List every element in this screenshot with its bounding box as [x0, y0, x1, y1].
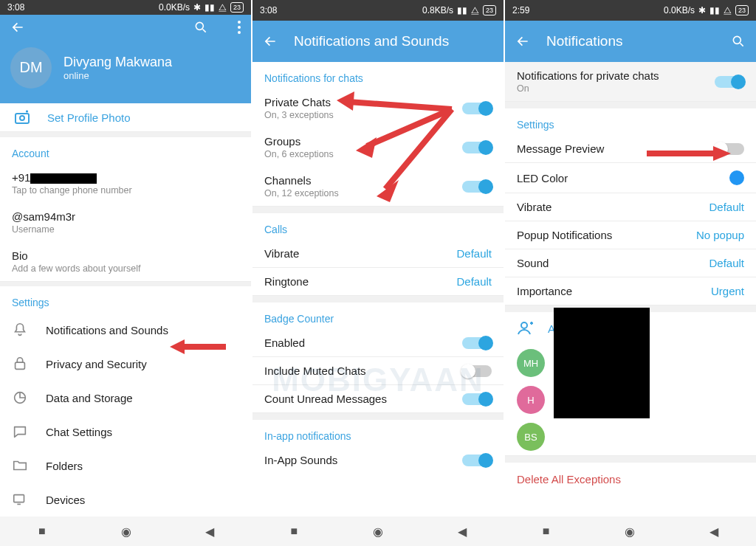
- popup-label: Popup Notifications: [517, 229, 678, 241]
- sound-row[interactable]: Sound Default: [505, 249, 756, 277]
- top-notifications-row[interactable]: Notifications for private chatsOn: [505, 62, 756, 101]
- nav-recent-button[interactable]: ■: [252, 516, 336, 546]
- groups-toggle[interactable]: [462, 142, 492, 153]
- settings-item-label: Privacy and Security: [46, 358, 147, 370]
- nav-home-button[interactable]: ◉: [588, 516, 672, 546]
- back-icon[interactable]: [515, 34, 530, 49]
- username-row[interactable]: @sam94m3r Username: [0, 203, 251, 242]
- username-value: @sam94m3r: [12, 210, 239, 223]
- inapp-sounds-label: In-App Sounds: [264, 454, 444, 466]
- status-bar: 3:08 0.0KB/s ✱ ▮▮ ⧋ 23: [0, 0, 251, 15]
- phone-row[interactable]: +91 Tap to change phone number: [0, 164, 251, 203]
- top-row-sub: On: [517, 83, 697, 94]
- bio-sub: Add a few words about yourself: [12, 263, 239, 274]
- led-color-swatch: [729, 170, 744, 185]
- section-badge-header: Badge Counter: [252, 303, 504, 329]
- search-icon[interactable]: [193, 20, 208, 35]
- nav-back-button[interactable]: ◀: [420, 516, 504, 546]
- status-net: 0.0KB/s: [664, 5, 695, 15]
- settings-item-label: Notifications and Sounds: [46, 324, 168, 336]
- page-title: Notifications: [546, 33, 623, 49]
- badge-muted-toggle[interactable]: [462, 365, 492, 377]
- badge-unread-toggle[interactable]: [462, 393, 492, 405]
- exception-row[interactable]: BS: [505, 418, 756, 455]
- nav-home-button[interactable]: ◉: [336, 516, 420, 546]
- settings-item-label: Devices: [46, 494, 85, 506]
- set-profile-photo-row[interactable]: Set Profile Photo: [0, 103, 251, 131]
- avatar[interactable]: DM: [10, 47, 52, 89]
- divider: [0, 281, 251, 286]
- settings-chat-row[interactable]: Chat Settings: [0, 415, 251, 449]
- svg-rect-4: [16, 114, 29, 123]
- badge-muted-label: Include Muted Chats: [264, 364, 444, 377]
- avatar: H: [517, 386, 545, 414]
- app-bar: Notifications and Sounds: [252, 21, 504, 62]
- settings-privacy-row[interactable]: Privacy and Security: [0, 347, 251, 381]
- top-row-toggle[interactable]: [715, 76, 744, 88]
- section-account-header: Account: [0, 137, 251, 164]
- nav-back-button[interactable]: ◀: [672, 516, 756, 546]
- more-icon[interactable]: [238, 21, 241, 34]
- settings-devices-row[interactable]: Devices: [0, 483, 251, 516]
- private-chats-sub: On, 3 exceptions: [264, 110, 444, 120]
- calls-ringtone-label: Ringtone: [264, 275, 439, 288]
- groups-label: Groups: [264, 135, 444, 148]
- importance-row[interactable]: Importance Urgent: [505, 277, 756, 305]
- redaction: [30, 173, 97, 184]
- wifi-icon: ⧋: [471, 5, 479, 15]
- svg-point-0: [196, 22, 203, 30]
- badge-unread-row[interactable]: Count Unread Messages: [252, 384, 504, 412]
- message-preview-label: Message Preview: [517, 142, 697, 155]
- search-icon[interactable]: [731, 34, 746, 49]
- calls-vibrate-value: Default: [456, 247, 492, 260]
- svg-point-2: [238, 26, 241, 29]
- bio-row[interactable]: Bio Add a few words about yourself: [0, 242, 251, 281]
- badge-unread-label: Count Unread Messages: [264, 393, 444, 405]
- private-chats-toggle[interactable]: [462, 103, 492, 114]
- app-bar: Notifications: [505, 21, 756, 62]
- svg-point-5: [20, 116, 24, 120]
- nav-recent-button[interactable]: ■: [504, 516, 588, 546]
- calls-ringtone-row[interactable]: Ringtone Default: [252, 267, 504, 295]
- vibrate-row[interactable]: Vibrate Default: [505, 193, 756, 221]
- phone-prefix: +91: [12, 171, 30, 184]
- avatar: BS: [517, 423, 545, 451]
- message-preview-row[interactable]: Message Preview: [505, 135, 756, 162]
- message-preview-toggle[interactable]: [715, 143, 744, 155]
- badge-enabled-row[interactable]: Enabled: [252, 329, 504, 356]
- divider: [505, 455, 756, 463]
- back-icon[interactable]: [10, 20, 25, 35]
- divider: [252, 295, 504, 303]
- settings-folders-row[interactable]: Folders: [0, 449, 251, 483]
- settings-item-label: Data and Storage: [46, 392, 133, 404]
- nav-recent-button[interactable]: ■: [0, 516, 84, 546]
- channels-toggle[interactable]: [462, 181, 492, 193]
- nav-home-button[interactable]: ◉: [84, 516, 168, 546]
- badge-enabled-toggle[interactable]: [462, 337, 492, 349]
- private-chats-row[interactable]: Private ChatsOn, 3 exceptions: [252, 89, 504, 128]
- popup-row[interactable]: Popup Notifications No popup: [505, 221, 756, 249]
- inapp-sounds-toggle[interactable]: [462, 455, 492, 466]
- nav-back-button[interactable]: ◀: [168, 516, 252, 546]
- badge-muted-row[interactable]: Include Muted Chats: [252, 356, 504, 384]
- section-inapp-header: In-app notifications: [252, 420, 504, 446]
- groups-row[interactable]: GroupsOn, 6 exceptions: [252, 128, 504, 167]
- sound-label: Sound: [517, 257, 691, 269]
- calls-vibrate-row[interactable]: Vibrate Default: [252, 240, 504, 267]
- signal-icon: ▮▮: [709, 5, 720, 15]
- calls-vibrate-label: Vibrate: [264, 247, 439, 260]
- chat-icon: [12, 424, 28, 440]
- channels-row[interactable]: ChannelsOn, 12 exceptions: [252, 167, 504, 206]
- divider: [252, 412, 504, 420]
- svg-rect-6: [16, 362, 25, 369]
- exception-row[interactable]: MH: [505, 345, 756, 381]
- inapp-sounds-row[interactable]: In-App Sounds: [252, 446, 504, 474]
- delete-exceptions-row[interactable]: Delete All Exceptions: [505, 463, 756, 496]
- settings-data-row[interactable]: Data and Storage: [0, 381, 251, 415]
- private-chats-label: Private Chats: [264, 96, 444, 108]
- back-icon[interactable]: [263, 34, 278, 49]
- status-net: 0.0KB/s: [159, 2, 190, 13]
- settings-notifications-row[interactable]: Notifications and Sounds: [0, 313, 251, 347]
- importance-value: Urgent: [711, 285, 744, 297]
- led-color-row[interactable]: LED Color: [505, 162, 756, 193]
